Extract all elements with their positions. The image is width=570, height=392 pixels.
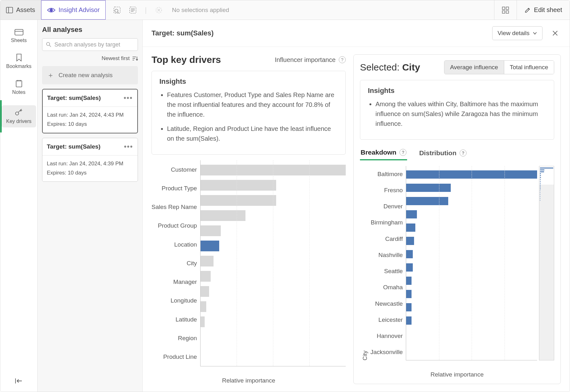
- main-body: Top key drivers Influencer importance ? …: [143, 47, 570, 392]
- card-title: Target: sum(Sales): [47, 143, 101, 150]
- chart-bar[interactable]: [406, 224, 415, 232]
- card-menu-button[interactable]: •••: [124, 143, 133, 151]
- chart-y-title: City: [360, 166, 370, 360]
- main-header: Target: sum(Sales) View details: [143, 20, 570, 47]
- chart-bar[interactable]: [406, 250, 413, 258]
- create-analysis-button[interactable]: ＋ Create new analysis: [42, 66, 138, 84]
- chart-category-label: Omaha: [383, 284, 403, 291]
- help-icon[interactable]: ?: [460, 150, 467, 156]
- toggle-total[interactable]: Total influence: [504, 61, 554, 74]
- chart-category-label: Product Line: [163, 353, 197, 360]
- svg-point-25: [46, 42, 50, 46]
- chart-category-label: Location: [174, 241, 197, 248]
- svg-rect-17: [15, 29, 23, 35]
- nav-rail: Sheets Bookmarks Notes Key drivers: [0, 20, 38, 392]
- rail-bookmarks-label: Bookmarks: [6, 64, 31, 69]
- influencer-importance-label: Influencer importance: [275, 56, 336, 64]
- close-button[interactable]: [549, 29, 561, 38]
- chart-bar[interactable]: [406, 263, 413, 272]
- rail-notes[interactable]: Notes: [0, 74, 37, 100]
- view-details-button[interactable]: View details: [492, 26, 542, 40]
- selected-prefix: Selected:: [360, 62, 402, 72]
- insight-item: Latitude, Region and Product Line have t…: [167, 124, 338, 144]
- chart-bar[interactable]: [201, 225, 221, 236]
- rail-collapse-button[interactable]: [15, 370, 23, 392]
- view-details-label: View details: [498, 30, 530, 37]
- chart-bar[interactable]: [201, 195, 276, 206]
- chart-category-label: Sales Rep Name: [152, 204, 197, 211]
- search-input[interactable]: [42, 38, 138, 51]
- select-lasso-icon[interactable]: [129, 6, 137, 14]
- tab-breakdown[interactable]: Breakdown ?: [360, 145, 407, 160]
- sort-control[interactable]: Newest first: [42, 55, 138, 62]
- plus-icon: ＋: [47, 70, 54, 80]
- tab-distribution-label: Distribution: [419, 149, 456, 157]
- chart-category-label: Region: [178, 335, 197, 342]
- svg-line-4: [118, 12, 119, 13]
- edit-sheet-label: Edit sheet: [534, 6, 562, 14]
- rail-key-drivers[interactable]: Key drivers: [0, 100, 37, 132]
- analysis-card[interactable]: Target: sum(Sales) ••• Last run: Jan 24,…: [42, 89, 138, 133]
- breakdown-chart[interactable]: City BaltimoreFresnoDenverBirminghamCard…: [360, 166, 554, 360]
- analysis-card[interactable]: Target: sum(Sales) ••• Last run: Jan 24,…: [42, 138, 138, 182]
- chart-bar[interactable]: [201, 286, 209, 297]
- key-drivers-column: Top key drivers Influencer importance ? …: [152, 54, 346, 384]
- card-menu-button[interactable]: •••: [124, 94, 133, 102]
- chart-minimap[interactable]: [539, 166, 554, 360]
- tab-distribution[interactable]: Distribution ?: [418, 145, 467, 160]
- toolbar-divider: |: [145, 6, 147, 14]
- chart-bar[interactable]: [406, 210, 417, 218]
- help-icon[interactable]: ?: [400, 149, 406, 156]
- app-grid-button[interactable]: [494, 0, 517, 20]
- chart-bar[interactable]: [406, 184, 451, 192]
- chart-bar[interactable]: [201, 180, 276, 191]
- toolbar-right: Edit sheet: [494, 0, 570, 20]
- select-rect-icon[interactable]: [113, 6, 121, 14]
- rail-sheets[interactable]: Sheets: [0, 24, 37, 48]
- rail-sheets-label: Sheets: [11, 38, 27, 43]
- search-icon: [46, 42, 52, 47]
- selected-value: City: [402, 62, 420, 72]
- svg-rect-0: [6, 7, 13, 13]
- sort-icon: [132, 56, 138, 61]
- chart-x-label: Relative importance: [152, 372, 346, 384]
- svg-rect-13: [506, 7, 509, 9]
- svg-point-3: [115, 9, 118, 12]
- edit-sheet-button[interactable]: Edit sheet: [517, 0, 570, 20]
- chart-category-label: Baltimore: [377, 171, 403, 178]
- insight-item: Features Customer, Product Type and Sale…: [167, 90, 338, 119]
- breakdown-tabs: Breakdown ? Distribution ?: [360, 145, 554, 160]
- clear-selection-icon[interactable]: [155, 6, 163, 14]
- chart-bar[interactable]: [201, 316, 205, 327]
- chart-bar[interactable]: [201, 256, 214, 266]
- insight-label: Insight Advisor: [59, 6, 100, 14]
- chart-bar[interactable]: [406, 197, 448, 205]
- chart-category-label: Nashville: [378, 252, 403, 259]
- panel-icon: [6, 7, 13, 13]
- rail-bookmarks[interactable]: Bookmarks: [0, 48, 37, 74]
- chart-category-label: Latitude: [176, 316, 197, 323]
- target-label: Target: sum(Sales): [152, 29, 214, 37]
- toggle-average[interactable]: Average influence: [444, 61, 504, 74]
- help-icon[interactable]: ?: [339, 56, 346, 63]
- chart-category-label: Fresno: [384, 187, 403, 194]
- assets-button[interactable]: Assets: [0, 0, 41, 20]
- search-wrap: [42, 38, 138, 51]
- breakdown-column: Selected: City Average influence Total i…: [353, 54, 561, 384]
- insight-advisor-button[interactable]: Insight Advisor: [41, 0, 106, 20]
- chart-bar[interactable]: [406, 237, 414, 245]
- insights-box-left: Insights Features Customer, Product Type…: [152, 71, 346, 155]
- chart-bar[interactable]: [201, 271, 211, 282]
- notes-icon: [15, 79, 23, 88]
- chart-bar[interactable]: [201, 210, 245, 221]
- chart-y-labels: BaltimoreFresnoDenverBirminghamCardiffNa…: [370, 166, 406, 360]
- chart-category-label: Customer: [171, 166, 197, 173]
- chart-bar[interactable]: [406, 277, 412, 285]
- chart-bar[interactable]: [406, 303, 412, 311]
- chart-bar[interactable]: [201, 301, 206, 312]
- chart-bar[interactable]: [406, 290, 412, 298]
- chart-bar[interactable]: [406, 316, 412, 325]
- chart-bar[interactable]: [201, 241, 220, 251]
- rail-keydrivers-label: Key drivers: [6, 119, 31, 124]
- key-drivers-chart[interactable]: CustomerProduct TypeSales Rep NameProduc…: [152, 160, 346, 366]
